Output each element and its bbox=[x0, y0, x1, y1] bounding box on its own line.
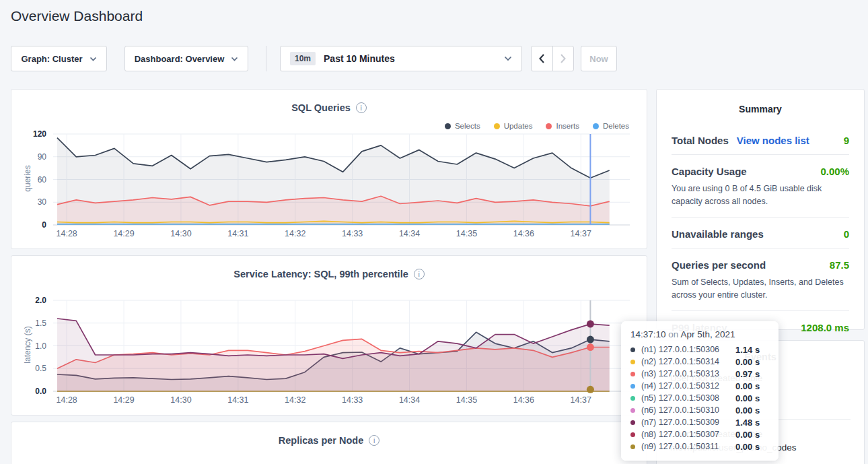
svg-text:14:29: 14:29 bbox=[113, 395, 134, 405]
node-address: (n6) 127.0.0.1:50310 bbox=[641, 405, 735, 415]
svg-text:14:32: 14:32 bbox=[285, 229, 305, 238]
chevron-down-icon bbox=[89, 57, 97, 61]
graph-dropdown[interactable]: Graph: Cluster bbox=[11, 46, 107, 71]
svg-text:14:30: 14:30 bbox=[170, 395, 191, 405]
node-address: (n8) 127.0.0.1:50307 bbox=[641, 430, 735, 439]
divider bbox=[672, 154, 849, 155]
svg-text:1.0: 1.0 bbox=[35, 341, 46, 351]
svg-text:0.5: 0.5 bbox=[35, 364, 46, 373]
node-color-dot-icon bbox=[630, 444, 635, 449]
node-color-dot-icon bbox=[630, 396, 635, 401]
svg-text:14:34: 14:34 bbox=[399, 229, 420, 238]
tooltip-node-row: (n9) 127.0.0.1:503110.00 s bbox=[630, 440, 769, 453]
time-back-button[interactable] bbox=[532, 46, 553, 71]
view-nodes-list-link[interactable]: View nodes list bbox=[737, 135, 809, 146]
svg-text:120: 120 bbox=[33, 129, 46, 139]
tooltip-node-row: (n2) 127.0.0.1:503140.00 s bbox=[630, 356, 769, 368]
svg-text:14:35: 14:35 bbox=[456, 229, 477, 238]
svg-text:60: 60 bbox=[38, 175, 47, 185]
svg-text:14:33: 14:33 bbox=[342, 229, 363, 238]
node-latency-value: 0.00 s bbox=[735, 357, 760, 367]
svg-text:14:35: 14:35 bbox=[456, 395, 477, 405]
node-address: (n1) 127.0.0.1:50306 bbox=[641, 345, 735, 354]
summary-row-capacity: Capacity Usage 0.00% bbox=[672, 166, 849, 177]
svg-text:0.0: 0.0 bbox=[35, 387, 46, 396]
node-color-dot-icon bbox=[630, 384, 635, 389]
node-color-dot-icon bbox=[630, 360, 635, 364]
info-icon[interactable] bbox=[356, 102, 367, 113]
info-icon[interactable] bbox=[414, 269, 425, 279]
qps-desc: Sum of Selects, Updates, Inserts, and De… bbox=[672, 276, 849, 302]
graph-dropdown-label: Graph: Cluster bbox=[21, 54, 82, 64]
time-range-label: Past 10 Minutes bbox=[324, 53, 395, 64]
node-latency-value: 0.00 s bbox=[735, 393, 760, 403]
svg-text:14:36: 14:36 bbox=[513, 229, 534, 238]
node-address: (n9) 127.0.0.1:50311 bbox=[641, 442, 735, 451]
dashboard-dropdown[interactable]: Dashboard: Overview bbox=[124, 46, 248, 71]
svg-text:14:28: 14:28 bbox=[57, 395, 77, 405]
chevron-left-icon bbox=[538, 53, 545, 64]
node-address: (n2) 127.0.0.1:50314 bbox=[641, 357, 735, 366]
tooltip-node-row: (n8) 127.0.0.1:503070.00 s bbox=[630, 428, 769, 440]
service-latency-title: Service Latency: SQL, 99th percentile bbox=[11, 256, 647, 279]
svg-text:14:30: 14:30 bbox=[170, 229, 191, 238]
time-range-badge: 10m bbox=[290, 52, 316, 65]
tooltip-node-row: (n3) 127.0.0.1:503130.97 s bbox=[630, 368, 769, 380]
total-nodes-value: 9 bbox=[844, 135, 849, 146]
node-address: (n3) 127.0.0.1:50313 bbox=[641, 369, 735, 378]
summary-row-total-nodes: Total Nodes View nodes list 9 bbox=[672, 135, 849, 146]
node-latency-value: 0.97 s bbox=[735, 369, 760, 379]
summary-row-qps: Queries per second 87.5 bbox=[672, 259, 849, 271]
p99-latency-value: 1208.0 ms bbox=[801, 322, 849, 333]
svg-text:14:31: 14:31 bbox=[227, 395, 248, 405]
svg-text:14:32: 14:32 bbox=[285, 395, 305, 405]
summary-panel: Summary Total Nodes View nodes list 9 Ca… bbox=[656, 89, 865, 330]
time-range-dropdown[interactable]: 10m Past 10 Minutes bbox=[280, 46, 522, 71]
service-latency-chart[interactable]: 0.00.51.01.52.014:2814:2914:3014:3114:32… bbox=[11, 294, 648, 411]
divider bbox=[672, 248, 849, 248]
chart-hover-tooltip: 14:37:10 on Apr 5th, 2021 (n1) 127.0.0.1… bbox=[621, 321, 779, 461]
svg-text:14:36: 14:36 bbox=[513, 395, 534, 405]
tooltip-node-row: (n6) 127.0.0.1:503100.00 s bbox=[630, 404, 769, 416]
divider bbox=[672, 310, 849, 311]
node-address: (n7) 127.0.0.1:50309 bbox=[641, 418, 735, 427]
svg-text:2.0: 2.0 bbox=[35, 296, 46, 305]
svg-text:14:33: 14:33 bbox=[342, 395, 363, 405]
sql-queries-title: SQL Queries bbox=[11, 90, 647, 113]
node-color-dot-icon bbox=[630, 408, 635, 413]
now-button[interactable]: Now bbox=[581, 46, 617, 71]
service-latency-panel: Service Latency: SQL, 99th percentile la… bbox=[11, 255, 647, 416]
time-step-buttons bbox=[531, 46, 574, 71]
time-forward-button[interactable] bbox=[553, 46, 574, 71]
svg-text:14:37: 14:37 bbox=[571, 395, 591, 405]
unavailable-ranges-value: 0 bbox=[844, 228, 849, 240]
node-latency-value: 0.00 s bbox=[735, 430, 760, 440]
node-address: (n4) 127.0.0.1:50312 bbox=[641, 381, 735, 391]
svg-text:14:29: 14:29 bbox=[113, 229, 134, 238]
sql-queries-panel: SQL Queries SelectsUpdatesInsertsDeletes… bbox=[11, 89, 647, 249]
capacity-usage-desc: You are using 0 B of 4.5 GiB usable disk… bbox=[672, 183, 849, 209]
node-latency-value: 1.48 s bbox=[735, 418, 760, 428]
tooltip-node-row: (n4) 127.0.0.1:503120.00 s bbox=[630, 380, 769, 392]
capacity-usage-value: 0.00% bbox=[820, 166, 849, 177]
page-title: Overview Dashboard bbox=[11, 8, 143, 24]
node-latency-value: 0.00 s bbox=[735, 442, 760, 452]
svg-text:14:31: 14:31 bbox=[227, 229, 248, 238]
divider bbox=[672, 217, 849, 218]
info-icon[interactable] bbox=[369, 435, 379, 446]
sql-queries-chart[interactable]: 030609012014:2814:2914:3014:3114:3214:33… bbox=[11, 127, 648, 245]
tooltip-node-row: (n5) 127.0.0.1:503080.00 s bbox=[630, 392, 769, 404]
summary-row-unavailable-ranges: Unavailable ranges 0 bbox=[672, 228, 849, 240]
node-color-dot-icon bbox=[630, 420, 635, 425]
node-latency-value: 1.14 s bbox=[735, 345, 760, 355]
node-color-dot-icon bbox=[630, 347, 635, 352]
tooltip-node-row: (n7) 127.0.0.1:503091.48 s bbox=[630, 416, 769, 428]
svg-text:90: 90 bbox=[38, 152, 47, 162]
svg-text:1.5: 1.5 bbox=[35, 319, 46, 328]
node-color-dot-icon bbox=[630, 372, 635, 376]
tooltip-timestamp: 14:37:10 on Apr 5th, 2021 bbox=[630, 329, 769, 339]
replicas-per-node-panel: Replicas per Node bbox=[11, 422, 647, 464]
node-latency-value: 0.00 s bbox=[735, 381, 760, 391]
chevron-right-icon bbox=[560, 53, 567, 64]
tooltip-node-row: (n1) 127.0.0.1:503061.14 s bbox=[630, 343, 769, 356]
